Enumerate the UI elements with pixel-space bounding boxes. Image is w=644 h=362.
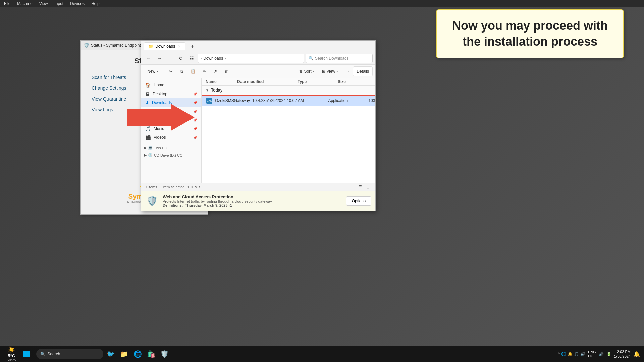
menu-file[interactable]: File — [3, 1, 12, 7]
taskbar-symantec-taskbar-icon[interactable]: 🛡️ — [158, 348, 170, 360]
refresh-btn[interactable]: ↻ — [176, 54, 185, 63]
notif-desc: Protects Internet traffic by routing thr… — [163, 199, 342, 203]
volume-icon[interactable]: 🔊 — [599, 352, 604, 356]
up-btn[interactable]: ↑ — [165, 54, 175, 63]
breadcrumb-downloads[interactable]: Downloads — [203, 56, 223, 61]
sidebar-this-pc-label: This PC — [154, 146, 167, 150]
sort-arrow: ▾ — [313, 70, 315, 73]
videos-icon: 🎬 — [145, 135, 151, 140]
tooltip-box: Now you may proceed with the installatio… — [436, 9, 624, 58]
share-btn[interactable]: ↗ — [210, 66, 220, 76]
svg-rect-4 — [26, 354, 30, 357]
view-icon: ⊞ — [322, 69, 325, 74]
recent-locations-btn[interactable]: ☷ — [187, 54, 196, 63]
red-arrow — [127, 104, 195, 132]
videos-pin-icon: 📌 — [193, 136, 197, 139]
taskbar-search-icon: 🔍 — [40, 352, 45, 356]
expand-arrow: ▶ — [144, 146, 147, 150]
col-name[interactable]: Name — [206, 79, 237, 84]
svg-marker-0 — [127, 104, 195, 131]
options-button[interactable]: Options — [346, 196, 371, 206]
status-items-count: 7 items — [145, 185, 157, 189]
file-date: 1/29/2024 10:07 AM — [268, 98, 328, 103]
sidebar-this-pc-expand[interactable]: ▶ 💻 This PC — [141, 144, 201, 152]
sidebar-desktop-label: Desktop — [153, 92, 167, 96]
taskbar-folder-icon[interactable]: 📁 — [118, 348, 130, 360]
column-header: Name Date modified Type Size — [202, 78, 375, 86]
menu-bar: File Machine View Input Devices Help — [0, 0, 644, 7]
weather-desc: Sunny — [7, 358, 16, 362]
sidebar-cd-drive-expand[interactable]: ▶ 💿 CD Drive (D:) CC — [141, 152, 201, 159]
grid-view-btn[interactable]: ⊞ — [365, 184, 371, 190]
notif-title: Web and Cloud Access Protection — [163, 194, 342, 199]
svg-rect-3 — [23, 354, 26, 357]
new-btn[interactable]: New ▾ — [144, 66, 162, 76]
new-tab-btn[interactable]: + — [188, 42, 196, 50]
sort-label: Sort — [304, 69, 311, 74]
menu-machine[interactable]: Machine — [16, 1, 34, 7]
copy-btn[interactable]: ⧉ — [177, 66, 186, 76]
taskbar-search[interactable]: 🔍 Search — [36, 349, 103, 359]
battery-icon[interactable]: 🔋 — [606, 352, 611, 356]
group-collapse-btn[interactable]: ▼ — [206, 88, 209, 92]
menu-input[interactable]: Input — [53, 1, 65, 7]
status-bar: 7 items 1 item selected 101 MB ☰ ⊞ — [141, 183, 375, 191]
tray-icon-3: 🎵 — [574, 352, 579, 356]
toolbar: New ▾ ✂ ⧉ 📋 ✏ ↗ 🗑 ⇅ Sort ▾ ⊞ View ▾ ··· … — [141, 65, 375, 78]
taskbar-edge-icon[interactable]: 🌐 — [131, 348, 144, 360]
time-display: 2:02 PM — [614, 349, 631, 354]
sidebar-item-home[interactable]: 🏠 Home — [141, 81, 201, 89]
menu-devices[interactable]: Devices — [69, 1, 86, 7]
status-view-btns: ☰ ⊞ — [357, 184, 371, 190]
group-today-header: ▼ Today — [202, 86, 375, 95]
notif-shield-icon: 🛡️ — [145, 194, 159, 208]
taskbar-store-icon[interactable]: 🛍️ — [145, 348, 157, 360]
sidebar-item-desktop[interactable]: 🖥 Desktop 📌 — [141, 89, 201, 98]
notification-bell[interactable]: 🔔 — [633, 351, 640, 357]
explorer-tab[interactable]: 📁 Downloads ✕ — [144, 42, 185, 50]
taskbar: ☀️ 5°C Sunny 🔍 Search 🐦 📁 🌐 🛍️ 🛡️ — [0, 346, 644, 362]
address-bar[interactable]: › Downloads › — [198, 54, 304, 63]
menu-view[interactable]: View — [38, 1, 49, 7]
cut-btn[interactable]: ✂ — [166, 66, 176, 76]
new-btn-label: New — [147, 69, 155, 74]
file-row-0[interactable]: EXE OzekiSMSGateway_10.4.285 1/29/2024 1… — [202, 95, 375, 106]
view-btn[interactable]: ⊞ View ▾ — [319, 66, 342, 76]
view-arrow: ▾ — [336, 70, 338, 73]
sort-btn[interactable]: ⇅ Sort ▾ — [296, 66, 318, 76]
svg-rect-1 — [23, 351, 26, 354]
file-name-cell: EXE OzekiSMSGateway_10.4.285 — [206, 98, 268, 104]
sidebar-item-videos[interactable]: 🎬 Videos 📌 — [141, 133, 201, 142]
taskbar-bird-icon[interactable]: 🐦 — [105, 348, 117, 360]
forward-btn[interactable]: → — [155, 54, 164, 63]
list-view-btn[interactable]: ☰ — [357, 184, 363, 190]
file-size: 103,690 KB — [368, 98, 375, 103]
sort-icon: ⇅ — [299, 69, 303, 74]
sidebar-home-label: Home — [154, 83, 164, 87]
start-button[interactable] — [20, 348, 32, 360]
nav-bar: ← → ↑ ↻ ☷ › Downloads › 🔍 Search Downloa… — [141, 52, 375, 65]
tab-close-btn[interactable]: ✕ — [177, 45, 181, 48]
details-btn[interactable]: Details — [353, 66, 373, 76]
svg-rect-2 — [26, 351, 30, 354]
col-type[interactable]: Type — [298, 79, 338, 84]
taskbar-time[interactable]: 2:02 PM 1/30/2024 — [614, 349, 631, 359]
sidebar-cd-label: CD Drive (D:) CC — [154, 153, 182, 157]
date-display: 1/30/2024 — [614, 354, 631, 359]
menu-help[interactable]: Help — [90, 1, 101, 7]
cd-icon: 💿 — [148, 153, 153, 157]
breadcrumb-sep: › — [201, 56, 202, 61]
notif-def-label: Definitions: — [163, 203, 183, 207]
back-btn[interactable]: ← — [144, 54, 153, 63]
delete-btn[interactable]: 🗑 — [221, 66, 232, 76]
search-bar[interactable]: 🔍 Search Downloads — [306, 54, 373, 63]
more-btn[interactable]: ··· — [342, 66, 352, 76]
paste-btn[interactable]: 📋 — [187, 66, 199, 76]
weather-widget[interactable]: ☀️ 5°C Sunny — [4, 346, 19, 362]
desktop-icon: 🖥 — [145, 91, 150, 97]
new-btn-arrow: ▾ — [157, 70, 158, 73]
tray-expand[interactable]: ^ — [558, 352, 560, 356]
rename-btn[interactable]: ✏ — [200, 66, 210, 76]
col-date[interactable]: Date modified — [237, 79, 298, 84]
col-size[interactable]: Size — [338, 79, 371, 84]
